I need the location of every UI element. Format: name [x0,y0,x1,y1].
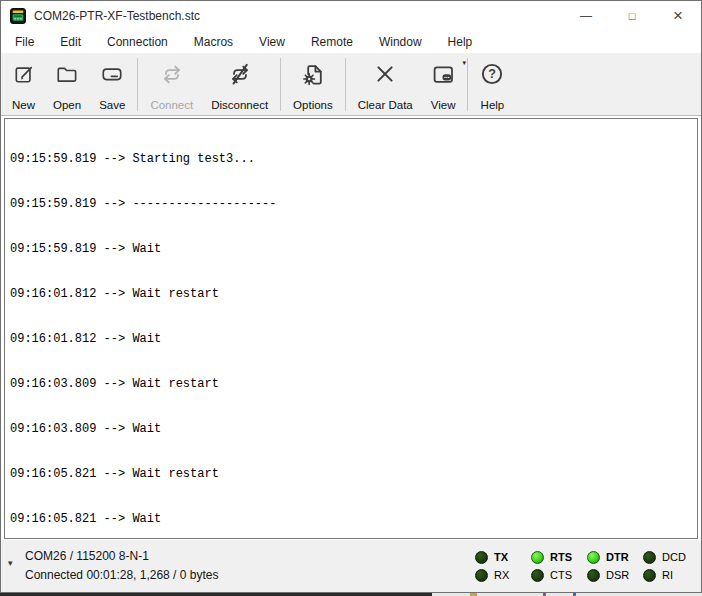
menu-item-remote[interactable]: Remote [298,31,366,53]
new-label: New [12,99,35,111]
disconnect-arrows-icon [228,59,252,89]
save-button[interactable]: Save [90,56,134,113]
menu-item-window[interactable]: Window [366,31,435,53]
minimize-button[interactable]: — [563,1,609,31]
window-title: COM26-PTR-XF-Testbench.stc [34,9,200,23]
status-text: COM26 / 115200 8-N-1 Connected 00:01:28,… [25,547,218,585]
rx-label: RX [494,569,509,581]
view-window-icon: ▾ [431,59,455,89]
menu-item-connection[interactable]: Connection [94,31,181,53]
log-line: 09:16:03.809 --> Wait restart [10,377,697,392]
disconnect-label: Disconnect [211,99,268,111]
maximize-button[interactable]: □ [609,1,655,31]
open-label: Open [53,99,81,111]
save-label: Save [99,99,125,111]
rts-led-icon [531,551,544,564]
options-gear-page-icon [301,59,325,89]
ri-indicator: RI [643,569,691,582]
menu-item-help[interactable]: Help [435,31,486,53]
window-controls: — □ × [563,1,701,31]
status-bar: ▾ COM26 / 115200 8-N-1 Connected 00:01:2… [1,540,701,592]
help-button[interactable]: ? Help [471,56,513,113]
open-folder-icon [55,59,79,89]
dtr-led-icon [587,551,600,564]
dcd-label: DCD [662,551,686,563]
dtr-label: DTR [606,551,629,563]
help-label: Help [481,99,505,111]
dcd-led-icon [643,551,656,564]
log-line: 09:16:01.812 --> Wait [10,332,697,347]
app-icon [10,8,26,24]
cts-label: CTS [550,569,572,581]
rx-led-icon [475,569,488,582]
ri-label: RI [662,569,673,581]
log-line: 09:16:03.809 --> Wait [10,422,697,437]
view-button[interactable]: ▾ View [422,56,465,113]
led-column: DTR DSR [587,551,643,582]
new-button[interactable]: New [3,56,44,113]
disconnect-button[interactable]: Disconnect [202,56,277,113]
led-column: DCD RI [643,551,691,582]
signal-indicators: TX RX RTS CTS DT [475,551,691,582]
toolbar-separator [467,58,468,111]
rts-label: RTS [550,551,572,563]
connection-stats: Connected 00:01:28, 1,268 / 0 bytes [25,566,218,585]
rx-indicator: RX [475,569,531,582]
view-dropdown-icon[interactable]: ▾ [463,59,467,67]
dsr-label: DSR [606,569,629,581]
log-line: 09:15:59.819 --> Wait [10,242,697,257]
view-label: View [431,99,456,111]
svg-text:?: ? [489,67,497,81]
dcd-indicator: DCD [643,551,691,564]
tx-led-icon [475,551,488,564]
dtr-indicator: DTR [587,551,643,564]
app-window: COM26-PTR-XF-Testbench.stc — □ × File Ed… [0,0,702,593]
menu-item-file[interactable]: File [2,31,47,53]
log-line: 09:16:05.821 --> Wait [10,512,697,527]
log-output-area[interactable]: 09:15:59.819 --> Starting test3... 09:15… [4,118,698,539]
close-button[interactable]: × [655,1,701,31]
connect-button: Connect [141,56,202,113]
cts-led-icon [531,569,544,582]
connect-label: Connect [150,99,193,111]
tx-label: TX [494,551,508,563]
ri-led-icon [643,569,656,582]
dsr-led-icon [587,569,600,582]
clear-data-button[interactable]: Clear Data [349,56,422,113]
toolbar-separator [280,58,281,111]
title-bar: COM26-PTR-XF-Testbench.stc — □ × [1,1,701,31]
open-button[interactable]: Open [44,56,90,113]
cts-indicator: CTS [531,569,587,582]
help-question-icon: ? [480,59,504,89]
toolbar-separator [137,58,138,111]
clear-x-icon [373,59,397,89]
menu-item-macros[interactable]: Macros [181,31,246,53]
log-line: 09:15:59.819 --> Starting test3... [10,152,697,167]
tx-indicator: TX [475,551,531,564]
log-line: 09:16:05.821 --> Wait restart [10,467,697,482]
options-label: Options [293,99,333,111]
menu-item-view[interactable]: View [246,31,298,53]
connect-arrows-icon [160,59,184,89]
rts-indicator: RTS [531,551,587,564]
log-line: 09:16:01.812 --> Wait restart [10,287,697,302]
menu-item-edit[interactable]: Edit [47,31,94,53]
save-drive-icon [100,59,124,89]
port-settings: COM26 / 115200 8-N-1 [25,547,218,566]
dsr-indicator: DSR [587,569,643,582]
led-column: RTS CTS [531,551,587,582]
status-expand-icon[interactable]: ▾ [8,559,13,568]
clear-data-label: Clear Data [358,99,413,111]
toolbar-separator [345,58,346,111]
led-column: TX RX [475,551,531,582]
menu-bar: File Edit Connection Macros View Remote … [1,31,701,53]
new-icon [13,59,35,89]
toolbar: New Open Save [1,53,701,116]
options-button[interactable]: Options [284,56,342,113]
log-line: 09:15:59.819 --> -------------------- [10,197,697,212]
